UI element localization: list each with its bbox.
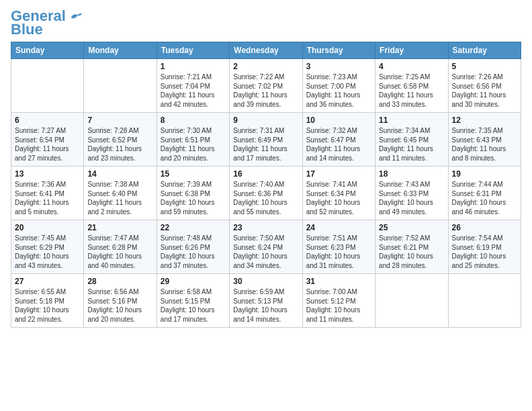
logo-blue: Blue: [11, 21, 43, 38]
day-info: Sunrise: 7:54 AM Sunset: 6:19 PM Dayligh…: [452, 234, 517, 270]
day-cell: 3Sunrise: 7:23 AM Sunset: 7:00 PM Daylig…: [302, 59, 375, 113]
day-cell: 26Sunrise: 7:54 AM Sunset: 6:19 PM Dayli…: [448, 220, 521, 274]
calendar-table: SundayMondayTuesdayWednesdayThursdayFrid…: [11, 42, 521, 328]
day-number: 5: [452, 62, 517, 71]
day-number: 7: [87, 116, 152, 125]
day-number: 28: [87, 277, 152, 286]
day-cell: 17Sunrise: 7:41 AM Sunset: 6:34 PM Dayli…: [302, 167, 375, 220]
day-info: Sunrise: 7:32 AM Sunset: 6:47 PM Dayligh…: [306, 126, 371, 163]
logo: General Blue: [11, 8, 83, 38]
day-number: 18: [379, 169, 444, 179]
day-info: Sunrise: 6:56 AM Sunset: 5:16 PM Dayligh…: [87, 287, 152, 324]
day-info: Sunrise: 7:41 AM Sunset: 6:34 PM Dayligh…: [306, 180, 371, 216]
day-cell: [84, 59, 157, 113]
day-cell: 19Sunrise: 7:44 AM Sunset: 6:31 PM Dayli…: [448, 167, 521, 220]
day-info: Sunrise: 7:51 AM Sunset: 6:23 PM Dayligh…: [306, 234, 371, 270]
day-number: 22: [161, 223, 226, 232]
day-info: Sunrise: 7:21 AM Sunset: 7:04 PM Dayligh…: [161, 73, 226, 109]
day-number: 16: [233, 169, 298, 179]
day-cell: 21Sunrise: 7:47 AM Sunset: 6:28 PM Dayli…: [84, 220, 157, 274]
day-info: Sunrise: 6:55 AM Sunset: 5:18 PM Dayligh…: [15, 287, 80, 324]
day-info: Sunrise: 6:59 AM Sunset: 5:13 PM Dayligh…: [233, 287, 298, 324]
day-cell: 12Sunrise: 7:35 AM Sunset: 6:43 PM Dayli…: [448, 113, 521, 167]
day-cell: 23Sunrise: 7:50 AM Sunset: 6:24 PM Dayli…: [230, 220, 302, 274]
day-cell: 14Sunrise: 7:38 AM Sunset: 6:40 PM Dayli…: [84, 167, 157, 220]
day-number: 25: [379, 223, 444, 232]
day-cell: 28Sunrise: 6:56 AM Sunset: 5:16 PM Dayli…: [84, 274, 157, 328]
day-number: 30: [233, 277, 298, 286]
day-cell: 18Sunrise: 7:43 AM Sunset: 6:33 PM Dayli…: [375, 167, 448, 220]
day-number: 23: [233, 223, 298, 232]
day-cell: [375, 274, 448, 328]
day-info: Sunrise: 7:28 AM Sunset: 6:52 PM Dayligh…: [87, 126, 152, 163]
day-info: Sunrise: 7:36 AM Sunset: 6:41 PM Dayligh…: [15, 180, 80, 216]
day-cell: [448, 274, 521, 328]
day-info: Sunrise: 7:34 AM Sunset: 6:45 PM Dayligh…: [379, 126, 444, 163]
day-info: Sunrise: 7:45 AM Sunset: 6:29 PM Dayligh…: [15, 234, 80, 270]
day-info: Sunrise: 7:35 AM Sunset: 6:43 PM Dayligh…: [452, 126, 517, 163]
day-info: Sunrise: 7:50 AM Sunset: 6:24 PM Dayligh…: [233, 234, 298, 270]
day-number: 15: [161, 169, 226, 179]
col-header-wednesday: Wednesday: [230, 42, 302, 59]
day-number: 10: [306, 116, 371, 125]
week-row-1: 1Sunrise: 7:21 AM Sunset: 7:04 PM Daylig…: [11, 59, 521, 113]
day-number: 9: [233, 116, 298, 125]
day-number: 17: [306, 169, 371, 179]
day-info: Sunrise: 6:58 AM Sunset: 5:15 PM Dayligh…: [161, 287, 226, 324]
page: General Blue SundayMondayTuesdayWednesda…: [0, 0, 532, 334]
day-number: 29: [161, 277, 226, 286]
day-cell: 24Sunrise: 7:51 AM Sunset: 6:23 PM Dayli…: [302, 220, 375, 274]
day-info: Sunrise: 7:00 AM Sunset: 5:12 PM Dayligh…: [306, 287, 371, 324]
week-row-3: 13Sunrise: 7:36 AM Sunset: 6:41 PM Dayli…: [11, 167, 521, 220]
day-cell: 8Sunrise: 7:30 AM Sunset: 6:51 PM Daylig…: [157, 113, 229, 167]
day-number: 21: [87, 223, 152, 232]
day-number: 13: [15, 169, 80, 179]
day-info: Sunrise: 7:47 AM Sunset: 6:28 PM Dayligh…: [87, 234, 152, 270]
day-info: Sunrise: 7:30 AM Sunset: 6:51 PM Dayligh…: [161, 126, 226, 163]
day-number: 26: [452, 223, 517, 232]
day-number: 3: [306, 62, 371, 71]
day-number: 4: [379, 62, 444, 71]
day-cell: 29Sunrise: 6:58 AM Sunset: 5:15 PM Dayli…: [157, 274, 229, 328]
day-info: Sunrise: 7:48 AM Sunset: 6:26 PM Dayligh…: [161, 234, 226, 270]
day-number: 6: [15, 116, 80, 125]
day-info: Sunrise: 7:26 AM Sunset: 6:56 PM Dayligh…: [452, 73, 517, 109]
header: General Blue: [11, 8, 521, 38]
day-cell: 22Sunrise: 7:48 AM Sunset: 6:26 PM Dayli…: [157, 220, 229, 274]
day-cell: 5Sunrise: 7:26 AM Sunset: 6:56 PM Daylig…: [448, 59, 521, 113]
day-cell: 16Sunrise: 7:40 AM Sunset: 6:36 PM Dayli…: [230, 167, 302, 220]
col-header-thursday: Thursday: [302, 42, 375, 59]
day-cell: 10Sunrise: 7:32 AM Sunset: 6:47 PM Dayli…: [302, 113, 375, 167]
day-cell: 20Sunrise: 7:45 AM Sunset: 6:29 PM Dayli…: [11, 220, 84, 274]
day-cell: 31Sunrise: 7:00 AM Sunset: 5:12 PM Dayli…: [302, 274, 375, 328]
day-cell: 9Sunrise: 7:31 AM Sunset: 6:49 PM Daylig…: [230, 113, 302, 167]
day-info: Sunrise: 7:38 AM Sunset: 6:40 PM Dayligh…: [87, 180, 152, 216]
day-cell: 13Sunrise: 7:36 AM Sunset: 6:41 PM Dayli…: [11, 167, 84, 220]
day-number: 27: [15, 277, 80, 286]
day-info: Sunrise: 7:23 AM Sunset: 7:00 PM Dayligh…: [306, 73, 371, 109]
day-number: 24: [306, 223, 371, 232]
week-row-2: 6Sunrise: 7:27 AM Sunset: 6:54 PM Daylig…: [11, 113, 521, 167]
day-number: 14: [87, 169, 152, 179]
day-number: 1: [161, 62, 226, 71]
day-info: Sunrise: 7:31 AM Sunset: 6:49 PM Dayligh…: [233, 126, 298, 163]
col-header-friday: Friday: [375, 42, 448, 59]
day-cell: 7Sunrise: 7:28 AM Sunset: 6:52 PM Daylig…: [84, 113, 157, 167]
day-number: 8: [161, 116, 226, 125]
day-info: Sunrise: 7:43 AM Sunset: 6:33 PM Dayligh…: [379, 180, 444, 216]
day-cell: 4Sunrise: 7:25 AM Sunset: 6:58 PM Daylig…: [375, 59, 448, 113]
week-row-4: 20Sunrise: 7:45 AM Sunset: 6:29 PM Dayli…: [11, 220, 521, 274]
week-row-5: 27Sunrise: 6:55 AM Sunset: 5:18 PM Dayli…: [11, 274, 521, 328]
day-number: 12: [452, 116, 517, 125]
day-cell: 11Sunrise: 7:34 AM Sunset: 6:45 PM Dayli…: [375, 113, 448, 167]
day-info: Sunrise: 7:44 AM Sunset: 6:31 PM Dayligh…: [452, 180, 517, 216]
day-cell: [11, 59, 84, 113]
logo-bird-icon: [70, 11, 83, 21]
col-header-tuesday: Tuesday: [157, 42, 229, 59]
day-info: Sunrise: 7:40 AM Sunset: 6:36 PM Dayligh…: [233, 180, 298, 216]
day-info: Sunrise: 7:52 AM Sunset: 6:21 PM Dayligh…: [379, 234, 444, 270]
day-cell: 2Sunrise: 7:22 AM Sunset: 7:02 PM Daylig…: [230, 59, 302, 113]
day-number: 19: [452, 169, 517, 179]
day-info: Sunrise: 7:25 AM Sunset: 6:58 PM Dayligh…: [379, 73, 444, 109]
col-header-sunday: Sunday: [11, 42, 84, 59]
